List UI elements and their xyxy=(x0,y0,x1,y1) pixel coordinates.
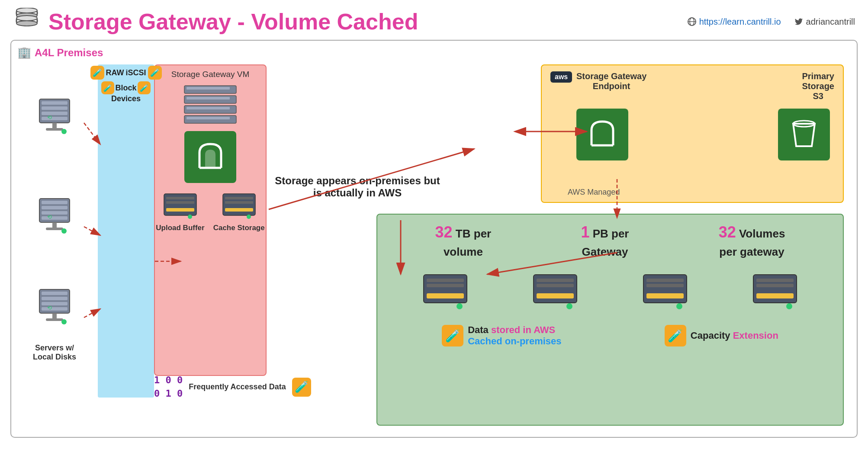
svg-rect-33 xyxy=(42,216,68,220)
stats-box: 32 TB pervolume 1 PB perGateway 32 Volum… xyxy=(376,214,844,426)
cloud-white-icon xyxy=(193,142,228,172)
aws-badge: aws xyxy=(550,71,572,83)
iscsi-flask-left: 🧪 xyxy=(90,66,104,80)
svg-rect-57 xyxy=(166,208,194,212)
stats-row: 32 TB pervolume 1 PB perGateway 32 Volum… xyxy=(390,223,830,260)
svg-rect-72 xyxy=(427,284,464,287)
svg-rect-24 xyxy=(42,117,68,120)
svg-rect-85 xyxy=(756,293,794,298)
svg-rect-39 xyxy=(42,292,68,295)
primary-storage-label: PrimaryStorageS3 xyxy=(802,71,835,101)
server-1-svg: ⟲ xyxy=(33,97,76,140)
server-3: ⟲ xyxy=(33,287,76,332)
svg-rect-44 xyxy=(46,318,63,321)
svg-point-36 xyxy=(61,228,67,234)
svg-rect-77 xyxy=(537,284,574,287)
svg-rect-87 xyxy=(756,284,794,287)
globe-icon xyxy=(687,17,697,26)
stats-disk-2 xyxy=(531,273,579,311)
svg-rect-22 xyxy=(42,106,68,110)
stats-disk-1 xyxy=(421,273,469,311)
servers-label: Servers w/ Local Disks xyxy=(24,343,85,362)
frequently-accessed-flask: 🧪 xyxy=(292,378,311,397)
sgvm-box: Storage Gateway VM xyxy=(154,64,267,376)
s3-bucket-icon xyxy=(787,119,821,150)
svg-rect-25 xyxy=(52,123,57,128)
frequently-accessed-group: 1 0 0 0 1 0 Frequently Accessed Data 🧪 xyxy=(154,374,311,401)
svg-rect-76 xyxy=(537,279,574,282)
server-2-svg: ⟲ xyxy=(33,196,76,240)
svg-rect-31 xyxy=(42,206,68,209)
devices-label: Devices xyxy=(91,94,161,103)
header-left: Storage Gateway - Volume Cached xyxy=(13,8,418,35)
premises-label: 🏢 A4L Premises xyxy=(17,46,103,59)
svg-rect-81 xyxy=(646,279,684,282)
svg-rect-70 xyxy=(427,293,464,298)
legend-item-1: 🧪 Data stored in AWS Cached on-premises xyxy=(442,324,561,347)
svg-rect-86 xyxy=(756,279,794,282)
svg-rect-21 xyxy=(42,101,68,105)
endpoint-cloud-icon xyxy=(585,119,620,150)
svg-point-65 xyxy=(247,215,251,219)
sgvm-label: Storage Gateway VM xyxy=(171,70,250,79)
legend-item-2: 🧪 Capacity Extension xyxy=(665,325,778,346)
aws-managed-label: AWS Managed xyxy=(568,188,620,197)
svg-text:⟲: ⟲ xyxy=(47,214,52,220)
stat-volume: 32 TB pervolume xyxy=(435,223,492,260)
learn-link[interactable]: https://learn.cantrill.io xyxy=(687,17,781,27)
legend-text-2: Capacity Extension xyxy=(691,330,778,341)
svg-rect-75 xyxy=(537,293,574,298)
raw-flask: 🧪 xyxy=(101,81,114,94)
svg-rect-35 xyxy=(46,228,63,230)
frequently-accessed-label: Frequently Accessed Data xyxy=(189,382,286,391)
main-diagram: 🏢 A4L Premises 🧪 RAW iSCSI 🧪 🧪 Block 🧪 D… xyxy=(10,40,858,438)
svg-rect-48 xyxy=(186,87,230,90)
page-title: Storage Gateway - Volume Cached xyxy=(48,9,418,35)
svg-rect-59 xyxy=(166,201,194,204)
header-links: https://learn.cantrill.io adriancantrill xyxy=(687,17,855,27)
upload-buffer-label: Upload Buffer xyxy=(156,224,204,232)
svg-rect-82 xyxy=(646,284,684,287)
svg-point-1 xyxy=(16,8,37,13)
legend-flask-2: 🧪 xyxy=(665,325,686,346)
svg-rect-52 xyxy=(186,107,230,109)
svg-point-4 xyxy=(16,16,37,21)
blue-column xyxy=(98,64,154,398)
svg-rect-50 xyxy=(186,97,230,99)
aws-box: aws Storage GatewayEndpoint AWS Managed … xyxy=(541,64,844,203)
building-icon: 🏢 xyxy=(17,46,31,59)
svg-rect-62 xyxy=(225,208,253,212)
stat-gateway: 1 PB perGateway xyxy=(581,223,629,260)
iscsi-block-label: 🧪 RAW iSCSI 🧪 🧪 Block 🧪 Devices xyxy=(91,66,161,103)
legend-row: 🧪 Data stored in AWS Cached on-premises … xyxy=(390,324,830,347)
legend-flask-1: 🧪 xyxy=(442,325,463,346)
svg-rect-41 xyxy=(42,302,68,305)
twitter-icon xyxy=(794,17,804,26)
iscsi-flask-right: 🧪 xyxy=(148,66,162,80)
iscsi-label: iSCSI xyxy=(126,68,146,77)
svg-point-78 xyxy=(566,303,572,309)
sgvm-cloud-icon xyxy=(184,131,236,183)
svg-rect-54 xyxy=(186,117,230,119)
svg-rect-58 xyxy=(166,197,194,199)
endpoint-label: Storage GatewayEndpoint xyxy=(576,71,646,91)
svg-point-27 xyxy=(61,129,67,134)
cache-storage-label: Cache Storage xyxy=(213,224,265,232)
storage-gateway-icon xyxy=(13,8,41,35)
svg-rect-30 xyxy=(42,201,68,204)
endpoint-cloud-box xyxy=(576,109,628,160)
upload-buffer-group: Upload Buffer xyxy=(156,192,204,232)
legend-text-1: Data stored in AWS Cached on-premises xyxy=(468,324,561,347)
svg-rect-43 xyxy=(52,313,57,318)
svg-point-5 xyxy=(16,21,37,26)
buffer-cache-row: Upload Buffer Cache Storage xyxy=(156,192,264,232)
binary-label: 1 0 0 0 1 0 xyxy=(154,374,183,401)
svg-rect-71 xyxy=(427,279,464,282)
twitter-handle: adriancantrill xyxy=(794,17,855,27)
svg-point-45 xyxy=(61,319,67,324)
svg-text:⟲: ⟲ xyxy=(47,305,52,311)
storage-note: Storage appears on-premises but is actua… xyxy=(271,175,444,199)
upload-buffer-disk xyxy=(162,192,199,222)
server-2: ⟲ xyxy=(33,196,76,241)
s3-bucket-box xyxy=(778,109,830,160)
